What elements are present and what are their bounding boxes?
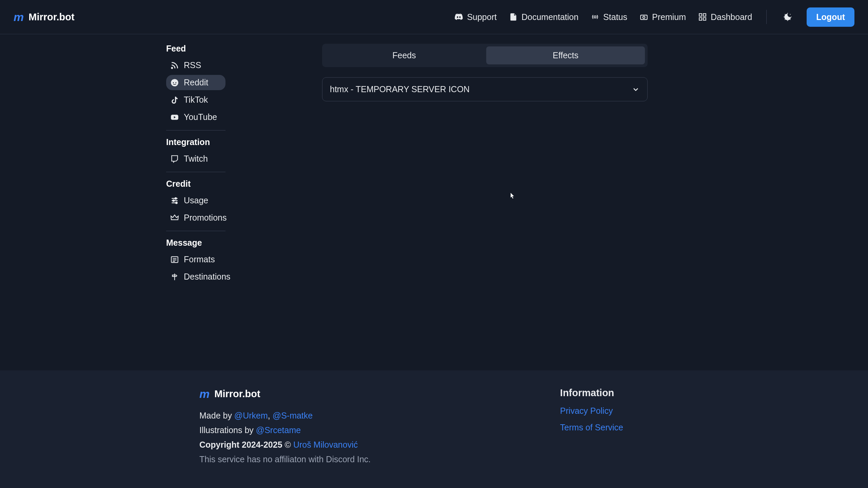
nav-status-label: Status (603, 12, 627, 22)
content-area: Feeds Effects htmx - TEMPORARY SERVER IC… (309, 44, 868, 370)
tab-effects[interactable]: Effects (486, 46, 645, 64)
discord-icon (454, 13, 463, 21)
nav-premium-label: Premium (652, 12, 686, 22)
svg-point-0 (594, 16, 596, 18)
footer-brand[interactable]: m Mirror.bot (199, 387, 371, 401)
svg-point-7 (172, 67, 173, 68)
logo-icon: m (199, 387, 209, 401)
svg-rect-4 (703, 14, 706, 16)
brand[interactable]: m Mirror.bot (14, 11, 75, 24)
crown-icon (170, 214, 179, 222)
link-urkem[interactable]: @Urkem (234, 411, 268, 420)
app-header: m Mirror.bot Support Documentation Statu… (0, 0, 868, 34)
sidebar-divider (166, 130, 225, 130)
dashboard-icon (698, 13, 707, 21)
premium-icon (639, 13, 648, 21)
sidebar-item-youtube[interactable]: YouTube (166, 109, 225, 125)
sidebar-item-promotions[interactable]: Promotions (166, 210, 225, 225)
svg-point-10 (175, 82, 176, 83)
status-icon (591, 13, 599, 21)
sidebar-item-label: YouTube (184, 112, 217, 122)
chevron-down-icon (632, 85, 640, 94)
sidebar-item-label: Destinations (184, 272, 231, 282)
link-privacy-policy[interactable]: Privacy Policy (560, 406, 623, 416)
server-select[interactable]: htmx - TEMPORARY SERVER ICON (322, 77, 648, 101)
twitch-icon (170, 155, 179, 163)
link-srcetame[interactable]: @Srcetame (256, 425, 301, 435)
sidebar-section-credit-title: Credit (166, 179, 225, 189)
footer-brand-name: Mirror.bot (214, 388, 260, 400)
youtube-icon (170, 113, 179, 122)
sidebar-section-feed-title: Feed (166, 44, 225, 54)
sidebar-divider (166, 172, 225, 172)
signpost-icon (170, 272, 179, 281)
footer-copyright: Copyright 2024-2025 © Uroš Milovanović (199, 440, 371, 450)
tab-row: Feeds Effects (322, 44, 648, 67)
svg-point-2 (643, 16, 645, 19)
sidebar-item-label: TikTok (184, 95, 208, 105)
svg-point-8 (171, 79, 178, 86)
svg-point-13 (173, 200, 174, 201)
sidebar-item-label: RSS (184, 60, 201, 70)
svg-rect-1 (640, 15, 647, 20)
sidebar-divider (166, 231, 225, 231)
nav-premium[interactable]: Premium (639, 12, 686, 22)
list-icon (170, 255, 179, 264)
sliders-icon (170, 196, 179, 205)
nav-support-label: Support (467, 12, 497, 22)
svg-rect-5 (699, 18, 702, 20)
footer-info-title: Information (560, 387, 623, 399)
logo-icon: m (14, 11, 23, 24)
tab-feeds[interactable]: Feeds (325, 46, 484, 64)
svg-point-12 (175, 198, 176, 199)
theme-toggle-button[interactable] (781, 10, 794, 24)
server-select-value: htmx - TEMPORARY SERVER ICON (330, 84, 470, 94)
footer: m Mirror.bot Made by @Urkem, @S-matke Il… (0, 370, 868, 488)
footer-made-by: Made by @Urkem, @S-matke (199, 411, 371, 421)
svg-rect-6 (703, 18, 706, 20)
link-smatke[interactable]: @S-matke (273, 411, 313, 420)
nav-documentation[interactable]: Documentation (509, 12, 578, 22)
nav-dashboard-label: Dashboard (711, 12, 752, 22)
footer-illustrations: Illustrations by @Srcetame (199, 425, 371, 435)
theme-icon (783, 13, 792, 21)
nav-divider (766, 10, 767, 24)
reddit-icon (170, 78, 179, 87)
link-uros[interactable]: Uroš Milovanović (293, 440, 358, 449)
sidebar-section-integration-title: Integration (166, 137, 225, 147)
nav-status[interactable]: Status (591, 12, 627, 22)
nav-documentation-label: Documentation (521, 12, 578, 22)
svg-rect-3 (699, 14, 702, 16)
sidebar-item-usage[interactable]: Usage (166, 193, 225, 208)
svg-point-14 (176, 202, 177, 203)
sidebar-item-rss[interactable]: RSS (166, 58, 225, 73)
sidebar-item-formats[interactable]: Formats (166, 252, 225, 267)
logout-button[interactable]: Logout (807, 7, 854, 27)
link-terms-of-service[interactable]: Terms of Service (560, 423, 623, 432)
sidebar-item-label: Promotions (184, 213, 226, 223)
brand-name: Mirror.bot (28, 12, 74, 23)
sidebar-item-destinations[interactable]: Destinations (166, 269, 225, 284)
sidebar-item-twitch[interactable]: Twitch (166, 151, 225, 166)
document-icon (509, 13, 518, 21)
sidebar-item-label: Reddit (184, 78, 208, 87)
footer-affiliation: This service has no affiliaton with Disc… (199, 454, 371, 464)
nav-dashboard[interactable]: Dashboard (698, 12, 752, 22)
rss-icon (170, 61, 179, 70)
main-area: Feed RSS Reddit TikTok (0, 34, 868, 370)
nav-support[interactable]: Support (454, 12, 497, 22)
sidebar-item-label: Usage (184, 196, 208, 205)
sidebar-section-message-title: Message (166, 238, 225, 248)
svg-point-9 (173, 82, 174, 83)
sidebar: Feed RSS Reddit TikTok (0, 44, 309, 370)
sidebar-item-label: Twitch (184, 154, 208, 164)
sidebar-item-reddit[interactable]: Reddit (166, 75, 225, 90)
sidebar-item-tiktok[interactable]: TikTok (166, 92, 225, 107)
header-nav: Support Documentation Status Premium Das… (454, 7, 854, 27)
sidebar-item-label: Formats (184, 255, 215, 264)
tiktok-icon (170, 96, 179, 104)
